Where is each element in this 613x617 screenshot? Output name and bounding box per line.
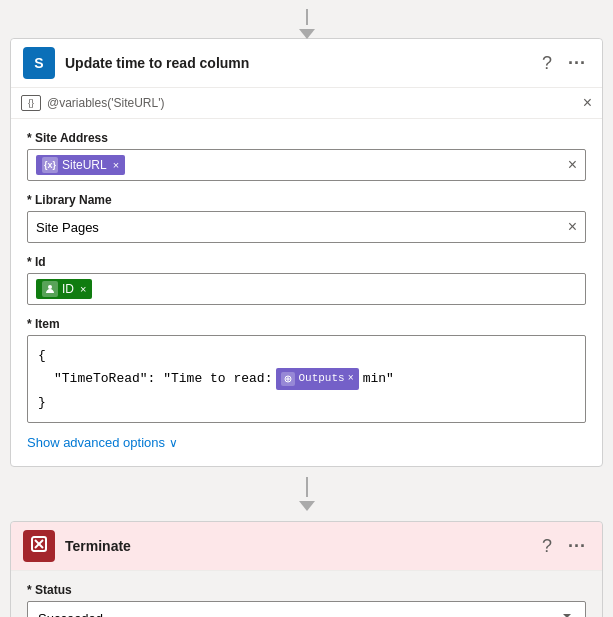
status-chevron-icon xyxy=(559,608,575,617)
item-row-3: } xyxy=(38,391,575,414)
update-card-body: * Site Address {x} SiteURL × × * Library… xyxy=(11,119,602,466)
update-card-actions: ? ··· xyxy=(538,51,590,76)
site-address-field: * Site Address {x} SiteURL × × xyxy=(27,131,586,181)
outputs-tag: Outputs × xyxy=(276,368,358,390)
status-label: * Status xyxy=(27,583,586,597)
status-dropdown[interactable]: Succeeded xyxy=(27,601,586,617)
id-tag-icon xyxy=(42,281,58,297)
siteurl-tag-label: SiteURL xyxy=(62,158,107,172)
library-name-label: * Library Name xyxy=(27,193,586,207)
update-more-button[interactable]: ··· xyxy=(564,51,590,76)
site-address-clear[interactable]: × xyxy=(568,156,577,174)
variable-bar-left: {} @variables('SiteURL') xyxy=(21,95,164,111)
terminate-card-title: Terminate xyxy=(65,538,538,554)
variable-text: @variables('SiteURL') xyxy=(47,96,164,110)
terminate-icon-symbol xyxy=(30,535,48,557)
outputs-close[interactable]: × xyxy=(348,370,354,388)
outputs-tag-icon xyxy=(281,372,295,386)
item-row-2: "TimeToRead": "Time to read: Outputs × m… xyxy=(38,367,575,390)
item-field: * Item { "TimeToRead": "Time to read: Ou… xyxy=(27,317,586,423)
svg-point-0 xyxy=(48,285,52,289)
terminate-help-button[interactable]: ? xyxy=(538,534,556,559)
site-address-input[interactable]: {x} SiteURL × × xyxy=(27,149,586,181)
update-card-title: Update time to read column xyxy=(65,55,538,71)
variable-bar: {} @variables('SiteURL') × xyxy=(11,88,602,119)
update-icon-letter: S xyxy=(34,55,43,71)
item-key: "TimeToRead": "Time to read: xyxy=(54,367,272,390)
show-advanced-label: Show advanced options xyxy=(27,435,165,450)
terminate-card-icon xyxy=(23,530,55,562)
id-tag-label: ID xyxy=(62,282,74,296)
variable-close-icon[interactable]: × xyxy=(583,94,592,112)
status-field: * Status Succeeded xyxy=(27,583,586,617)
id-field: * Id ID × xyxy=(27,255,586,305)
outputs-label: Outputs xyxy=(298,369,344,389)
library-name-input[interactable]: Site Pages × xyxy=(27,211,586,243)
id-input[interactable]: ID × xyxy=(27,273,586,305)
siteurl-tag-icon: {x} xyxy=(42,157,58,173)
item-brace-close: } xyxy=(38,391,46,414)
terminate-card-body: * Status Succeeded xyxy=(11,571,602,617)
update-help-button[interactable]: ? xyxy=(538,51,556,76)
siteurl-tag-close[interactable]: × xyxy=(113,159,119,171)
terminate-card-actions: ? ··· xyxy=(538,534,590,559)
item-brace-open: { xyxy=(38,344,46,367)
library-name-value: Site Pages xyxy=(36,220,99,235)
update-card-icon: S xyxy=(23,47,55,79)
show-advanced-chevron: ∨ xyxy=(169,436,178,450)
update-card-header: S Update time to read column ? ··· xyxy=(11,39,602,88)
terminate-card: Terminate ? ··· * Status Succeeded xyxy=(10,521,603,617)
library-name-clear[interactable]: × xyxy=(568,218,577,236)
terminate-card-header: Terminate ? ··· xyxy=(11,522,602,571)
siteurl-tag: {x} SiteURL × xyxy=(36,155,125,175)
id-tag-close[interactable]: × xyxy=(80,283,86,295)
status-value: Succeeded xyxy=(38,611,103,617)
item-input[interactable]: { "TimeToRead": "Time to read: Outputs ×… xyxy=(27,335,586,423)
id-tag: ID × xyxy=(36,279,92,299)
item-suffix: min" xyxy=(363,367,394,390)
site-address-label: * Site Address xyxy=(27,131,586,145)
middle-arrow-connector xyxy=(10,467,603,521)
item-row-1: { xyxy=(38,344,575,367)
id-label: * Id xyxy=(27,255,586,269)
item-label: * Item xyxy=(27,317,586,331)
show-advanced-button[interactable]: Show advanced options ∨ xyxy=(27,435,586,450)
terminate-more-button[interactable]: ··· xyxy=(564,534,590,559)
update-card: S Update time to read column ? ··· {} @v… xyxy=(10,38,603,467)
library-name-field: * Library Name Site Pages × xyxy=(27,193,586,243)
variable-icon: {} xyxy=(21,95,41,111)
